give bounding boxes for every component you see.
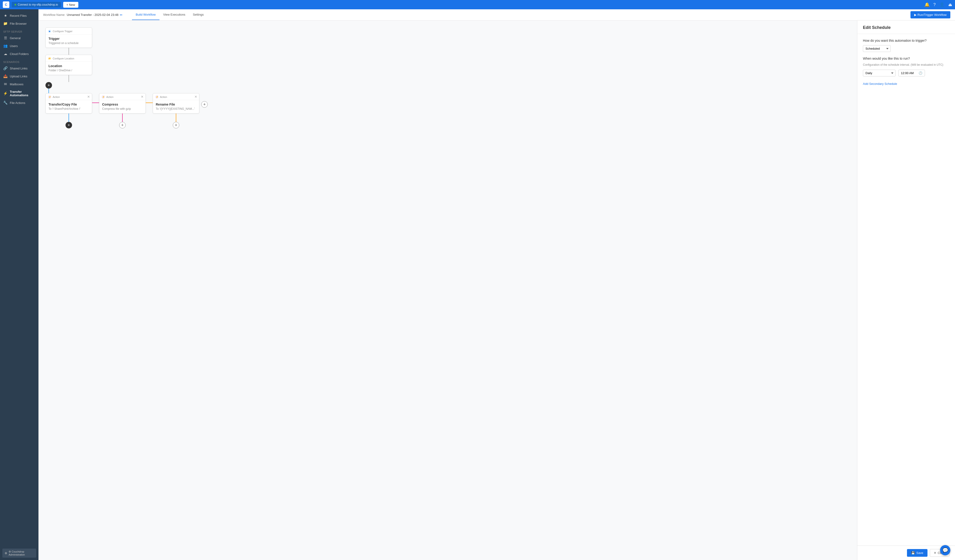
action-col-3: ⚡ Action ✕ Rename File To '/{YYYY}{EXIST…	[153, 93, 199, 128]
recent-files-icon: ★	[3, 14, 8, 18]
action-transfer-icon: ⚡	[48, 95, 51, 99]
run-time-hint: Configuration of the schedule interval. …	[863, 63, 949, 66]
save-button[interactable]: 💾 Save	[907, 549, 927, 557]
connector-action1-add	[69, 114, 69, 122]
tab-build-workflow[interactable]: Build Workflow	[132, 9, 160, 20]
general-icon: ☰	[3, 36, 8, 40]
sidebar-item-cloud-folders[interactable]: ☁ Cloud Folders	[0, 50, 39, 58]
new-button[interactable]: + New	[63, 2, 78, 8]
clock-icon: 🕛	[919, 71, 922, 75]
workflow-header: Workflow Name: Unnamed Transfer - 2025-0…	[39, 9, 955, 20]
time-input-container: 🕛	[898, 70, 925, 77]
trigger-type-select[interactable]: Scheduled On File Event Manual	[863, 45, 891, 52]
add-secondary-schedule-link[interactable]: Add Secondary Schedule	[863, 82, 897, 86]
location-node[interactable]: 📂 Configure Location Location Folder / O…	[45, 55, 92, 75]
action-rename-node[interactable]: ⚡ Action ✕ Rename File To '/{YYYY}{EXIST…	[153, 93, 199, 114]
connector-h-pink	[92, 103, 99, 103]
file-browser-icon: 📁	[3, 22, 8, 26]
edit-panel-title: Edit Schedule	[863, 25, 949, 30]
connection-status-dot	[14, 4, 16, 6]
h-connector-pink	[92, 103, 99, 103]
content-area: Workflow Name: Unnamed Transfer - 2025-0…	[39, 9, 955, 560]
location-node-col: 📂 Configure Location Location Folder / O…	[45, 55, 92, 82]
edit-name-icon[interactable]: ✏	[120, 13, 123, 17]
sidebar: ★ Recent Files 📁 File Browser SFTP Serve…	[0, 9, 39, 560]
connector-h-orange	[146, 103, 153, 103]
add-after-action2-button[interactable]: +	[119, 122, 126, 128]
sidebar-item-shared-links[interactable]: 🔗 Shared Links	[0, 64, 39, 72]
admin-button[interactable]: ⚙ ⚙ Couchdrop Administration	[2, 549, 36, 558]
action-compress-node[interactable]: ⚡ Action ✕ Compress Compress file with g…	[99, 93, 146, 114]
connector-add-actions	[49, 89, 49, 93]
workflow-tabs: Build Workflow View Executions Settings	[132, 9, 208, 20]
edit-panel-header: Edit Schedule	[857, 20, 955, 34]
sidebar-item-general[interactable]: ☰ General	[0, 34, 39, 42]
h-connector-orange	[146, 103, 153, 103]
sidebar-item-mailboxes[interactable]: ✉ Mailboxes	[0, 80, 39, 88]
mailboxes-icon: ✉	[3, 82, 8, 86]
app-logo[interactable]: C	[3, 2, 9, 8]
help-icon[interactable]: ?	[933, 2, 936, 7]
frequency-select[interactable]: Daily Hourly Weekly Monthly	[863, 70, 896, 77]
add-action-button[interactable]: +	[45, 82, 52, 89]
add-after-action1-button[interactable]: +	[66, 122, 72, 128]
add-after-action3-button[interactable]: +	[173, 122, 179, 128]
connect-button[interactable]: Connect to my-sftp.couchdrop.io	[12, 2, 61, 8]
sidebar-item-users[interactable]: 👥 Users	[0, 42, 39, 50]
sidebar-item-file-browser[interactable]: 📁 File Browser	[0, 20, 39, 28]
action-compress-close[interactable]: ✕	[141, 95, 144, 99]
trigger-header-icon: ▶	[48, 30, 51, 33]
topbar: C Connect to my-sftp.couchdrop.io + New …	[0, 0, 955, 9]
trigger-node-body: Trigger Triggered on a schedule	[46, 34, 92, 47]
workflow-name: Workflow Name: Unnamed Transfer - 2025-0…	[43, 13, 123, 17]
tab-settings[interactable]: Settings	[189, 9, 208, 20]
chat-support-button[interactable]: 💬	[940, 545, 950, 555]
nodes-container: ▶ Configure Trigger Trigger Triggered on…	[45, 28, 850, 128]
action-col-1: ⚡ Action ✕ Transfer/Copy File To '/ Shar…	[45, 93, 92, 128]
upload-links-icon: 📤	[3, 74, 8, 78]
save-icon: 💾	[911, 551, 915, 555]
add-more-actions-button[interactable]: +	[201, 101, 208, 108]
trigger-node-header: ▶ Configure Trigger	[46, 28, 92, 34]
action-col-2: ⚡ Action ✕ Compress Compress file with g…	[99, 93, 146, 128]
trigger-select-row: Scheduled On File Event Manual	[863, 45, 949, 52]
users-icon: 👥	[3, 44, 8, 48]
shared-links-icon: 🔗	[3, 66, 8, 70]
action-transfer-header: ⚡ Action ✕	[46, 94, 92, 100]
run-time-label: When would you like this to run?	[863, 56, 949, 60]
connector-action3-add	[176, 114, 176, 122]
add-action-col: +	[45, 82, 52, 93]
action-compress-icon: ⚡	[102, 95, 105, 99]
transfer-automations-icon: ⚡	[3, 91, 8, 95]
location-node-header: 📂 Configure Location	[46, 55, 92, 62]
trigger-question-label: How do you want this automation to trigg…	[863, 39, 949, 42]
sidebar-item-upload-links[interactable]: 📤 Upload Links	[0, 72, 39, 80]
bell-icon[interactable]: 🔔	[924, 2, 930, 7]
account-icon[interactable]: 👤	[939, 2, 944, 7]
trigger-node[interactable]: ▶ Configure Trigger Trigger Triggered on…	[45, 28, 92, 48]
chat-icon: 💬	[942, 547, 948, 553]
tab-view-executions[interactable]: View Executions	[160, 9, 189, 20]
time-input[interactable]	[901, 71, 917, 75]
sidebar-item-transfer-automations[interactable]: ⚡ Transfer Automations	[0, 88, 39, 99]
action-transfer-close[interactable]: ✕	[87, 95, 90, 99]
sidebar-bottom: ⚙ ⚙ Couchdrop Administration	[0, 546, 39, 560]
workflow-body: ▶ Configure Trigger Trigger Triggered on…	[39, 20, 955, 560]
scenarios-section-label: Scenarios	[0, 58, 39, 64]
location-node-body: Location Folder / OneDrive /	[46, 62, 92, 75]
main-layout: ★ Recent Files 📁 File Browser SFTP Serve…	[0, 9, 955, 560]
trigger-node-col: ▶ Configure Trigger Trigger Triggered on…	[45, 28, 92, 55]
edit-panel-footer: 💾 Save ✕ Close	[857, 546, 955, 560]
action-transfer-node[interactable]: ⚡ Action ✕ Transfer/Copy File To '/ Shar…	[45, 93, 92, 114]
logout-icon[interactable]: ⏏	[948, 2, 952, 7]
connector-action2-add	[122, 114, 123, 122]
action-rename-body: Rename File To '/{YYYY}{EXISTING_NAM...'	[153, 100, 199, 113]
sidebar-item-recent-files[interactable]: ★ Recent Files	[0, 12, 39, 20]
action-compress-body: Compress Compress file with gzip	[99, 100, 146, 113]
action-rename-header: ⚡ Action ✕	[153, 94, 199, 100]
gear-icon: ⚙	[5, 552, 7, 555]
schedule-config-row: Daily Hourly Weekly Monthly 🕛	[863, 70, 949, 77]
run-trigger-button[interactable]: ▶ Run/Trigger Workflow	[910, 11, 950, 19]
sidebar-item-file-actions[interactable]: 🔧 File Actions	[0, 99, 39, 107]
action-rename-close[interactable]: ✕	[194, 95, 197, 99]
